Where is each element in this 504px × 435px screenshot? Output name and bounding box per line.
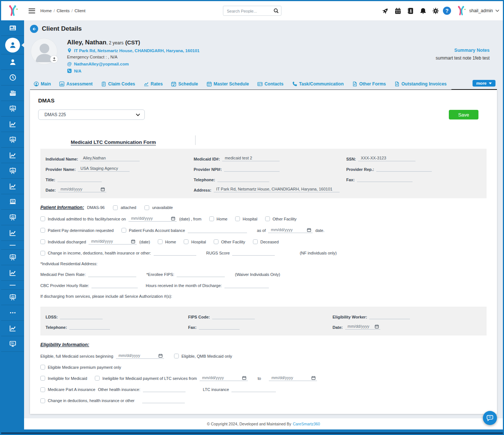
unavailable-checkbox[interactable]	[144, 205, 149, 210]
tab-schedule[interactable]: Schedule	[167, 79, 203, 90]
admitted-from-hospital-checkbox[interactable]	[235, 216, 240, 221]
sidebar-item-charts-6[interactable]	[1, 321, 24, 336]
search-icon[interactable]	[273, 8, 279, 14]
address-input[interactable]: IT Park Rd, Netsmartz House, CHANDIGARH,…	[214, 187, 340, 192]
tab-assessment[interactable]: Assessment	[56, 79, 97, 90]
discharged-other-facility-checkbox[interactable]	[214, 239, 218, 244]
rugs-score-input[interactable]	[232, 250, 275, 256]
change-deductions-checkbox[interactable]	[40, 398, 45, 403]
sidebar-item-clients-active[interactable]	[1, 36, 24, 54]
settings-gear-icon[interactable]	[430, 4, 441, 17]
calendar-icon[interactable]	[393, 4, 404, 17]
calendar-icon[interactable]	[101, 187, 105, 191]
client-email-line[interactable]: @ NathanAlley@yopmail.com	[67, 61, 200, 67]
client-address-line[interactable]: IT Park Rd, Netsmartz House, CHANDIGARH,…	[67, 48, 200, 53]
search-input[interactable]	[227, 9, 273, 13]
sidebar-item-caregivers[interactable]	[1, 54, 24, 70]
sidebar-item-billing[interactable]	[1, 85, 24, 101]
sidebar-item-more-dots[interactable]	[1, 305, 24, 321]
individual-name-input[interactable]: Alley,Nathan	[80, 156, 140, 161]
back-button[interactable]	[30, 25, 38, 33]
sidebar-item-newspaper[interactable]	[1, 20, 24, 36]
hamburger-menu-icon[interactable]	[29, 7, 35, 14]
full-medicaid-date-input[interactable]: mm/dd/yyyy	[116, 353, 164, 359]
date-input[interactable]: mm/dd/yyyy	[58, 187, 106, 192]
discharged-hospital-checkbox[interactable]	[184, 239, 188, 244]
patient-pay-checkbox[interactable]	[40, 228, 45, 233]
help-icon[interactable]: ?	[443, 7, 451, 15]
sidebar-item-monitor[interactable]	[1, 336, 24, 352]
admitted-date-input[interactable]: mm/dd/yyyy	[128, 216, 177, 222]
calendar-icon[interactable]	[131, 239, 135, 243]
qmb-checkbox[interactable]	[174, 354, 179, 358]
cbc-hourly-rate-input[interactable]	[91, 283, 138, 288]
as-of-date-input[interactable]: mm/dd/yyyy	[268, 227, 313, 233]
ltc-insurance-input[interactable]	[231, 387, 276, 392]
fips-code-input[interactable]	[212, 314, 255, 319]
save-button[interactable]: Save	[449, 110, 478, 119]
medicare-premium-checkbox[interactable]	[40, 365, 45, 370]
change-deductions-input[interactable]	[142, 398, 185, 403]
provider-npi-input[interactable]	[224, 166, 280, 172]
attached-checkbox[interactable]	[113, 205, 118, 210]
change-income-input[interactable]	[154, 250, 196, 256]
enrollee-fips-input[interactable]	[177, 272, 225, 277]
sidebar-item-charts-2[interactable]	[1, 148, 24, 163]
medicare-part-a-checkbox[interactable]	[40, 387, 45, 392]
admitted-checkbox[interactable]	[40, 216, 45, 221]
brand-link[interactable]: CareSmartz360	[293, 422, 320, 426]
calendar-icon[interactable]	[311, 376, 316, 380]
tab-outstanding-invoices[interactable]: Outstanding Invoices	[391, 79, 451, 90]
provider-rep-input[interactable]	[376, 166, 432, 172]
telephone-input[interactable]	[217, 177, 269, 182]
hours-received-input[interactable]	[224, 283, 269, 288]
breadcrumb-home[interactable]: Home	[40, 9, 52, 13]
ldss-telephone-input[interactable]	[69, 324, 110, 330]
sidebar-item-charts-3[interactable]	[1, 179, 24, 194]
sidebar-item-reports-2[interactable]	[1, 132, 24, 148]
ldss-date-input[interactable]: mm/dd/yyyy	[345, 324, 380, 330]
other-health-insurance-input[interactable]	[143, 387, 186, 392]
ineligible-checkbox[interactable]	[40, 376, 45, 381]
breadcrumb-clients[interactable]: Clients	[57, 9, 70, 13]
sidebar-item-reports-4[interactable]	[1, 210, 24, 225]
sidebar-item-reports-3[interactable]	[1, 163, 24, 179]
tab-task-communication[interactable]: Task/Communication	[288, 79, 348, 90]
sidebar-item-charts-1[interactable]	[1, 117, 24, 132]
calendar-icon[interactable]	[171, 216, 175, 220]
avatar-upload-button[interactable]	[50, 55, 58, 63]
ineligible-to-date-input[interactable]: mm/dd/yyyy	[269, 375, 317, 381]
tab-contacts[interactable]: Contacts	[254, 79, 288, 90]
dmas-form-select[interactable]: DMAS 225	[38, 109, 145, 120]
sidebar-item-telephony[interactable]	[1, 194, 24, 210]
eligibility-worker-input[interactable]	[369, 314, 410, 319]
chat-button[interactable]	[483, 411, 497, 425]
ineligible-from-date-input[interactable]: mm/dd/yyyy	[200, 375, 248, 381]
calendar-icon[interactable]	[158, 354, 163, 358]
deceased-checkbox[interactable]	[253, 239, 258, 244]
sidebar-item-clock[interactable]	[1, 70, 24, 85]
provider-name-input[interactable]: USA Staging Agency	[78, 166, 130, 172]
discharged-checkbox[interactable]	[40, 239, 45, 244]
calendar-icon[interactable]	[242, 376, 246, 380]
admitted-from-other-facility-checkbox[interactable]	[265, 216, 270, 221]
per-diem-rate-input[interactable]	[88, 272, 136, 277]
tab-master-schedule[interactable]: Master Schedule	[203, 79, 254, 90]
summary-notes-link[interactable]: Summary Notes	[436, 48, 490, 53]
admitted-from-home-checkbox[interactable]	[209, 216, 214, 221]
patient-funds-checkbox[interactable]	[121, 228, 126, 233]
discharged-home-checkbox[interactable]	[158, 239, 163, 244]
brand-logo[interactable]	[1, 1, 24, 20]
sidebar-item-reports-6[interactable]	[1, 290, 24, 305]
medicaid-id-input[interactable]: medicaid test 2	[222, 156, 280, 161]
title-input[interactable]	[57, 177, 102, 182]
discharged-date-input[interactable]: mm/dd/yyyy	[89, 239, 137, 245]
breadcrumb-client[interactable]: Client	[74, 9, 85, 13]
ldss-fax-input[interactable]	[199, 324, 240, 330]
tab-claim-codes[interactable]: Claim Codes	[97, 79, 140, 90]
sidebar-item-reports-1[interactable]	[1, 101, 24, 117]
tab-rates[interactable]: Rates	[140, 79, 168, 90]
quick-launch-rocket-icon[interactable]	[380, 4, 391, 17]
calendar-icon[interactable]	[307, 228, 311, 232]
patient-funds-balance-input[interactable]	[188, 228, 247, 233]
